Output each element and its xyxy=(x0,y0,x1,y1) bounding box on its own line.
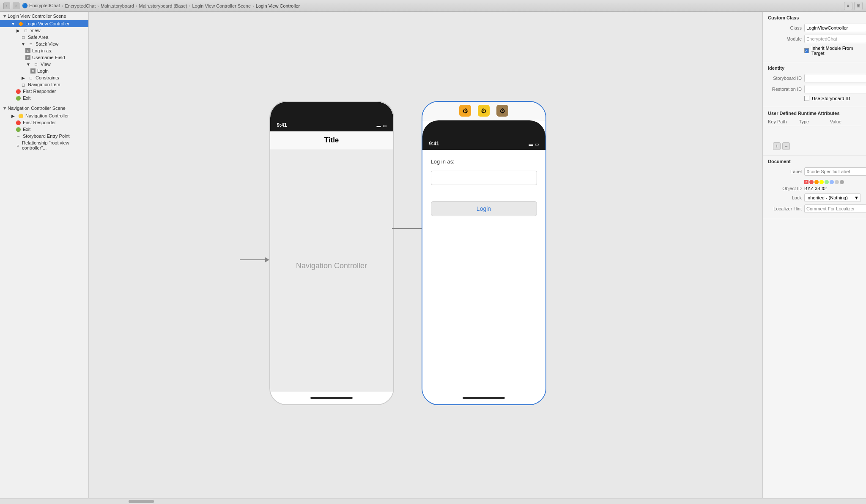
sidebar-label-stack-view: Stack View xyxy=(36,41,58,46)
top-toolbar: ‹ › 🔵 EncryptedChat › EncryptedChat › Ma… xyxy=(0,0,866,12)
breadcrumb-item-4[interactable]: Main.storyboard (Base) xyxy=(139,3,187,8)
sidebar-label-login-btn: Login xyxy=(37,68,49,74)
view2-icon: □ xyxy=(33,62,39,67)
lock-label: Lock xyxy=(768,195,802,200)
custom-class-title: Custom Class xyxy=(768,15,861,20)
sidebar-item-first-responder[interactable]: 🔴 First Responder xyxy=(0,88,88,95)
sidebar-item-view2[interactable]: ▼ □ View xyxy=(0,61,88,68)
sidebar-item-view[interactable]: ▶ □ View xyxy=(0,27,88,34)
object-id-value: BYZ-38-t0r xyxy=(804,186,827,191)
lock-value: Inherited - (Nothing) xyxy=(806,195,848,200)
localizer-hint-input[interactable] xyxy=(804,204,866,213)
sidebar-item-login-btn[interactable]: B Login xyxy=(0,68,88,74)
home-indicator-icon xyxy=(310,397,353,399)
nav-phone-status: ▬ ▭ xyxy=(377,123,386,128)
toolbar-right-icons: ≡ ⊞ xyxy=(844,2,863,10)
sidebar-item-storyboard-entry[interactable]: → Storyboard Entry Point xyxy=(0,133,88,139)
red-dot-icon xyxy=(809,180,814,184)
nav-controller-phone[interactable]: Navigation Controller 9:41 ▬ ▭ Title xyxy=(269,101,394,405)
toolbar-icon-1[interactable]: ≡ xyxy=(844,2,852,10)
breadcrumb-item-2[interactable]: EncryptedChat xyxy=(65,3,96,8)
bottom-scrollbar[interactable] xyxy=(0,498,866,504)
sidebar-item-constraints[interactable]: ▶ □ Constraints xyxy=(0,74,88,81)
sidebar-item-stack-view[interactable]: ▼ ≡ Stack View xyxy=(0,41,88,47)
nav-phone-title: Title xyxy=(324,136,339,144)
login-vc-icon: ▼ xyxy=(10,22,16,26)
sidebar-item-relationship[interactable]: ○ Relationship "root view controller"... xyxy=(0,139,88,151)
exit-icon: 🟢 xyxy=(15,96,21,101)
sidebar-item-nav-item[interactable]: ◻ Navigation Item xyxy=(0,81,88,88)
icon-btn-orange[interactable]: ⚙ xyxy=(459,105,471,117)
breadcrumb-item-6[interactable]: Login View Controller xyxy=(256,3,300,8)
first-responder2-icon: 🔴 xyxy=(15,120,21,125)
login-signal-icon: ▬ xyxy=(529,142,533,147)
breadcrumb-item-5[interactable]: Login View Controller Scene xyxy=(192,3,251,8)
restoration-id-input[interactable] xyxy=(804,85,866,93)
inherit-label: Inherit Module From Target xyxy=(811,46,861,56)
remove-attribute-button[interactable]: − xyxy=(782,142,790,150)
class-label: Class xyxy=(768,25,802,30)
sidebar-label-username: Username Field xyxy=(32,55,65,60)
sidebar-label-relationship: Relationship "root view controller"... xyxy=(22,140,85,150)
col-key-path: Key Path xyxy=(768,119,799,124)
class-input[interactable] xyxy=(804,24,866,32)
spacer xyxy=(431,191,537,195)
nav-phone-bottom xyxy=(270,392,393,404)
class-row: Class ▼ xyxy=(768,24,861,32)
sidebar-item-login-vc[interactable]: ▼ 🔶 Login View Controller xyxy=(0,20,88,27)
triangle-icon: ▶ xyxy=(3,15,7,17)
sidebar-label-nav-item: Navigation Item xyxy=(28,82,60,87)
login-username-input[interactable] xyxy=(431,171,537,185)
breadcrumb-item-3[interactable]: Main.storyboard xyxy=(101,3,134,8)
use-storyboard-label: Use Storyboard ID xyxy=(812,96,850,101)
sidebar-item-username-field[interactable]: F Username Field xyxy=(0,54,88,61)
first-responder-icon: 🔴 xyxy=(15,89,21,94)
sidebar-label-view: View xyxy=(30,28,41,33)
toolbar-icon-2[interactable]: ⊞ xyxy=(854,2,863,10)
sidebar-item-first-responder2[interactable]: 🔴 First Responder xyxy=(0,119,88,126)
use-storyboard-checkbox[interactable] xyxy=(804,96,809,101)
sidebar-item-login-as[interactable]: L Log in as: xyxy=(0,47,88,54)
sidebar-item-exit[interactable]: 🟢 Exit xyxy=(0,95,88,101)
sidebar-section-label: Login View Controller Scene xyxy=(8,14,66,19)
nav-forward-button[interactable]: › xyxy=(13,3,19,9)
user-defined-title: User Defined Runtime Attributes xyxy=(768,111,861,116)
panel-custom-class: Custom Class Class ▼ Module ✓ Inherit Mo… xyxy=(763,12,866,62)
arrow-head-icon xyxy=(265,257,269,262)
doc-label-input[interactable] xyxy=(804,167,866,176)
sidebar-label-safe-area: Safe Area xyxy=(28,35,48,40)
color-dots-row: ✕ xyxy=(768,178,861,186)
gray-dot-icon xyxy=(835,180,839,184)
lock-dropdown[interactable]: Inherited - (Nothing) ▼ xyxy=(804,193,861,202)
sidebar-section-login-scene[interactable]: ▶ Login View Controller Scene xyxy=(0,12,88,20)
localizer-hint-label: Localizer Hint xyxy=(768,206,802,211)
sidebar-section-nav-scene[interactable]: ▶ Navigation Controller Scene xyxy=(0,104,88,112)
canvas-nav-label: Navigation Controller xyxy=(269,262,394,270)
dark-gray-dot-icon xyxy=(840,180,844,184)
icon-btn-brown[interactable]: ⚙ xyxy=(496,105,508,117)
view-expand-icon: ▶ xyxy=(15,28,21,33)
icon-btn-yellow[interactable]: ⚙ xyxy=(478,105,490,117)
login-button-label: Login xyxy=(477,205,491,212)
breadcrumb-item-1[interactable]: 🔵 EncryptedChat xyxy=(22,3,60,8)
sidebar-item-nav-controller[interactable]: ▶ 🟡 Navigation Controller xyxy=(0,112,88,119)
panel-identity: Identity Storyboard ID Restoration ID Us… xyxy=(763,62,866,107)
storyboard-id-input[interactable] xyxy=(804,74,866,82)
nav-back-button[interactable]: ‹ xyxy=(3,3,10,9)
sidebar-item-safe-area[interactable]: □ Safe Area xyxy=(0,34,88,41)
col-type: Type xyxy=(799,119,830,124)
login-phone-top-bar: 9:41 ▬ ▭ xyxy=(422,120,545,150)
scroll-thumb[interactable] xyxy=(129,500,154,503)
login-controller-phone[interactable]: ⚙ ⚙ ⚙ 9:41 ▬ ▭ Log in as: xyxy=(422,101,546,405)
canvas-content: Navigation Controller 9:41 ▬ ▭ Title xyxy=(214,76,637,435)
login-button[interactable]: Login xyxy=(431,201,537,216)
canvas-area[interactable]: Navigation Controller 9:41 ▬ ▭ Title xyxy=(89,12,762,498)
inherit-checkbox[interactable]: ✓ xyxy=(804,48,809,53)
sidebar-item-exit2[interactable]: 🟢 Exit xyxy=(0,126,88,133)
sidebar-label-exit2: Exit xyxy=(23,127,30,132)
sidebar: ▶ Login View Controller Scene ▼ 🔶 Login … xyxy=(0,12,89,498)
storyboard-entry-icon: → xyxy=(15,134,21,139)
module-input[interactable] xyxy=(804,35,866,43)
add-attribute-button[interactable]: + xyxy=(773,142,781,150)
entry-point-arrow xyxy=(240,257,269,262)
